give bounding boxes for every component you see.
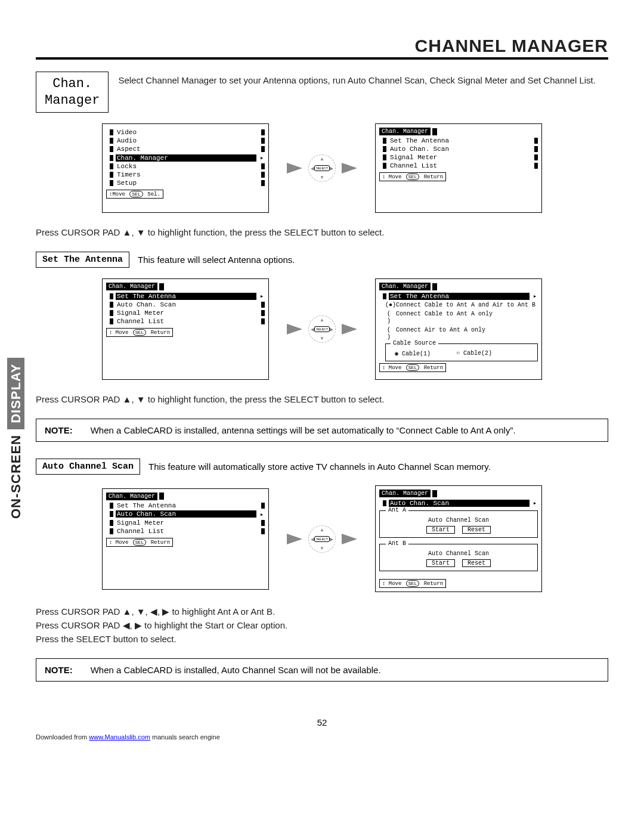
antenna-option: Connect Cable to Ant A only — [396, 311, 493, 325]
osd-chan-manager-menu: Chan. Manager Set The Antenna▸ Auto Chan… — [102, 278, 269, 380]
sel-icon: SEL — [133, 539, 146, 546]
footer-move: ↕ Move — [382, 581, 401, 587]
radio-selected-icon: ◉ — [393, 350, 400, 357]
scan-title: Auto Channel Scan — [383, 550, 534, 557]
note-label: NOTE: — [45, 425, 73, 435]
osd-item: Locks — [116, 163, 259, 170]
section-description: This feature will select Antenna options… — [138, 255, 608, 265]
footer-move: ↕ Move — [382, 174, 401, 180]
start-button: Start — [426, 526, 455, 534]
select-button-label: SELECT — [314, 326, 329, 332]
antenna-option: Connect Air to Ant A only — [396, 327, 485, 341]
select-button-label: SELECT — [314, 536, 329, 542]
footer-sel: Sel. — [147, 191, 160, 197]
osd-item: Channel List — [116, 318, 259, 325]
arrow-right-icon — [342, 534, 357, 544]
osd-footer: ↕ Move SEL Return — [379, 363, 446, 372]
osd-main-menu: Video Audio Aspect Chan. Manager▸ Locks … — [102, 123, 269, 213]
title-bar: CHANNEL MANAGER — [36, 36, 608, 60]
osd-footer: ↕Move SEL Sel. — [106, 190, 163, 199]
osd-header: Chan. Manager — [106, 493, 157, 500]
page-title: CHANNEL MANAGER — [36, 36, 608, 56]
osd-auto-scan-menu: Chan. Manager Auto Chan. Scan▸ Ant A Aut… — [375, 485, 542, 592]
manualslib-link[interactable]: www.Manualslib.com — [89, 733, 150, 741]
radio-selected-icon: (●) — [385, 302, 392, 309]
chevron-right-icon: ▸ — [259, 154, 265, 162]
chevron-right-icon: ▸ — [259, 510, 265, 518]
chevron-right-icon: ▸ — [532, 499, 538, 507]
radio-unselected-icon: ( ) — [385, 327, 392, 341]
footer-move: ↕Move — [109, 191, 125, 197]
osd-item: Channel List — [116, 528, 259, 535]
arrow-right-icon — [287, 163, 302, 174]
sel-icon: SEL — [406, 364, 419, 371]
chevron-right-icon: ▸ — [259, 292, 265, 300]
osd-item: Setup — [116, 179, 259, 187]
note-box: NOTE: When a CableCARD is installed, Aut… — [36, 658, 608, 682]
section-label-set-antenna: Set The Antenna — [36, 252, 129, 268]
sel-icon: SEL — [406, 174, 419, 180]
sel-icon: SEL — [133, 329, 146, 336]
osd-footer: ↕ Move SEL Return — [379, 172, 446, 181]
menu-label-box: Chan. Manager — [36, 72, 109, 113]
remote-nav-diagram: ▲▼ ◀▶ SELECT — [287, 315, 357, 343]
reset-button: Reset — [462, 559, 491, 567]
osd-footer: ↕ Move SEL Return — [379, 579, 446, 588]
osd-item: Signal Meter — [389, 154, 532, 161]
radio-unselected-icon: ( ) — [385, 311, 392, 325]
osd-header: Chan. Manager — [379, 490, 431, 497]
cable-option: Cable(1) — [402, 351, 431, 357]
fieldset-legend: Cable Source — [391, 340, 438, 346]
cursor-pad-icon: ▲▼ ◀▶ SELECT — [308, 154, 336, 182]
footer-sel: Return — [424, 365, 443, 371]
download-line: Downloaded from www.Manualslib.com manua… — [36, 733, 608, 741]
section-description: This feature will automatically store ac… — [148, 462, 608, 472]
osd-item: Set The Antenna — [116, 502, 259, 509]
antenna-option: Connect Cable to Ant A and Air to Ant B — [396, 302, 535, 309]
osd-chan-manager-menu: Chan. Manager Set The Antenna Auto Chan.… — [375, 123, 542, 213]
instruction-text: Press CURSOR PAD ▲, ▼, ◀, ▶ to highlight… — [36, 605, 608, 618]
select-button-label: SELECT — [314, 165, 329, 171]
instruction-text: Press CURSOR PAD ▲, ▼ to highlight funct… — [36, 393, 608, 405]
footer-move: ↕ Move — [109, 330, 128, 336]
page-number: 52 — [36, 717, 608, 727]
instruction-text: Press the SELECT button to select. — [36, 633, 608, 645]
intro-text: Select Channel Manager to set your Anten… — [118, 72, 608, 86]
osd-item: Video — [116, 129, 259, 136]
osd-set-antenna-menu: Chan. Manager Set The Antenna▸ (●)Connec… — [375, 278, 542, 380]
cable-option: Cable(2) — [463, 350, 492, 357]
footer-sel: Return — [424, 174, 443, 180]
reset-button: Reset — [462, 526, 491, 534]
instruction-text: Press CURSOR PAD ▲, ▼ to highlight funct… — [36, 226, 608, 239]
sel-icon: SEL — [129, 191, 143, 197]
radio-unselected-icon: ○ — [454, 350, 462, 357]
ant-a-group: Ant A Auto Channel Scan Start Reset — [379, 510, 538, 538]
footer-sel: Return — [151, 540, 170, 546]
sel-icon: SEL — [406, 580, 419, 587]
instruction-text: Press CURSOR PAD ◀, ▶ to highlight the S… — [36, 619, 608, 631]
ant-b-group: Ant B Auto Channel Scan Start Reset — [379, 544, 538, 571]
arrow-right-icon — [342, 163, 357, 174]
note-label: NOTE: — [45, 665, 73, 675]
footer-move: ↕ Move — [382, 365, 401, 371]
side-tab-suffix: DISPLAY — [7, 358, 24, 429]
fieldset-legend: Ant B — [386, 540, 408, 547]
osd-item-highlighted: Auto Chan. Scan — [389, 500, 530, 507]
side-tab-prefix: ON-SCREEN — [8, 435, 23, 519]
osd-item: Auto Chan. Scan — [116, 301, 259, 308]
footer-move: ↕ Move — [109, 540, 128, 546]
scan-title: Auto Channel Scan — [383, 517, 534, 524]
cursor-pad-icon: ▲▼ ◀▶ SELECT — [308, 525, 336, 553]
remote-nav-diagram: ▲▼ ◀▶ SELECT — [287, 154, 357, 182]
osd-header: Chan. Manager — [379, 128, 431, 135]
osd-item-highlighted: Auto Chan. Scan — [116, 510, 256, 518]
osd-header: Chan. Manager — [379, 283, 431, 290]
download-prefix: Downloaded from — [36, 733, 89, 741]
side-tab: ON-SCREEN DISPLAY — [8, 358, 24, 519]
osd-item: Signal Meter — [116, 309, 259, 317]
note-text: When a CableCARD is installed, Auto Chan… — [91, 665, 381, 675]
start-button: Start — [426, 559, 455, 567]
osd-item: Timers — [116, 171, 259, 178]
osd-item-highlighted: Set The Antenna — [389, 293, 530, 300]
footer-sel: Return — [151, 330, 170, 336]
